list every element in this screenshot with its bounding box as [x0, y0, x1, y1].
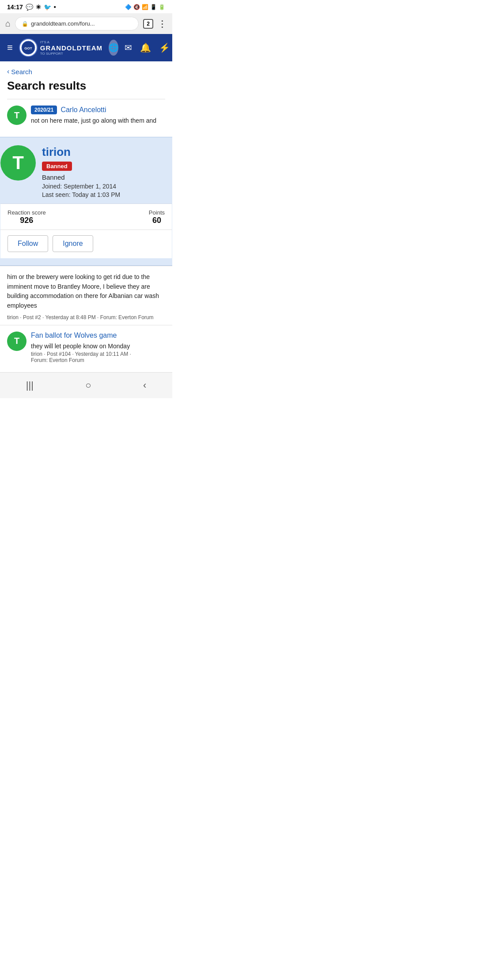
back-label: Search: [11, 68, 32, 75]
first-result-snippet: not on here mate, just go along with the…: [31, 116, 165, 125]
browser-home-button[interactable]: ⌂: [5, 19, 11, 29]
status-left: 14:17 💬 ✳ 🐦 •: [7, 4, 56, 11]
reaction-score-label: Reaction score: [8, 209, 46, 216]
popup-user-header: T tirion Banned Banned Joined: September…: [0, 145, 172, 198]
first-result-content: 2020/21 Carlo Ancelotti not on here mate…: [31, 106, 165, 125]
first-result-avatar[interactable]: T: [7, 106, 26, 125]
page-content: ‹ Search Search results T 2020/21 Carlo …: [0, 61, 172, 137]
second-post-meta: tirion · Post #104 · Yesterday at 10:11 …: [31, 351, 165, 357]
svg-text:GOT: GOT: [24, 46, 32, 50]
battery-icon: 🔋: [159, 4, 165, 10]
first-result-title[interactable]: Carlo Ancelotti: [61, 106, 106, 114]
banned-badge: Banned: [42, 162, 72, 171]
forum-header: ≡ GOT IT'S A GRANDOLDTEAM TO SUPPORT 🌐 ✉…: [0, 34, 172, 61]
first-post-meta: tirion · Post #2 · Yesterday at 8:48 PM …: [7, 314, 165, 320]
first-post-snippet: him or the brewery were looking to get r…: [7, 272, 165, 311]
stats-row: Reaction score 926 Points 60: [0, 204, 172, 230]
second-result-content: Fan ballot for Wolves game they will let…: [31, 332, 165, 363]
second-post-meta-line2: Forum: Everton Forum: [31, 357, 165, 363]
user-popup: T tirion Banned Banned Joined: September…: [0, 137, 172, 266]
points-label: Points: [149, 209, 165, 216]
logo-emblem: GOT: [19, 38, 38, 57]
divider: [7, 99, 165, 99]
ignore-button[interactable]: Ignore: [53, 235, 93, 252]
second-result-card: T Fan ballot for Wolves game they will l…: [0, 325, 172, 368]
popup-user-info: tirion Banned Banned Joined: September 1…: [42, 145, 172, 198]
second-result-avatar[interactable]: T: [7, 332, 26, 351]
first-result-card: T 2020/21 Carlo Ancelotti not on here ma…: [7, 106, 165, 125]
logo-area: GOT IT'S A GRANDOLDTEAM TO SUPPORT: [19, 38, 102, 57]
android-nav: ||| ○ ‹: [0, 372, 172, 398]
lock-icon: 🔒: [22, 21, 28, 27]
popup-username[interactable]: tirion: [42, 145, 172, 159]
logo-main: GRANDOLDTEAM: [40, 44, 102, 52]
bluetooth-icon: 🔷: [125, 4, 132, 10]
popup-lastseen: Last seen: Today at 1:03 PM: [42, 191, 172, 198]
home-button[interactable]: ○: [76, 378, 100, 393]
recent-apps-button[interactable]: |||: [17, 378, 42, 393]
url-text: grandoldteam.com/foru...: [31, 20, 95, 27]
browser-bar: ⌂ 🔒 grandoldteam.com/foru... 2 ⋮: [0, 13, 172, 34]
page-title: Search results: [7, 79, 165, 93]
mute-icon: 🔇: [133, 4, 140, 10]
asterisk-icon: ✳: [36, 4, 41, 11]
tab-count[interactable]: 2: [143, 19, 153, 29]
second-result-title[interactable]: Fan ballot for Wolves game: [31, 332, 165, 339]
popup-avatar[interactable]: T: [0, 145, 36, 181]
signal-icon: 📱: [150, 4, 157, 10]
twitter-icon: 🐦: [44, 4, 51, 11]
points-value: 60: [149, 216, 165, 225]
points-stat: Points 60: [149, 209, 165, 225]
reaction-score-value: 926: [8, 216, 46, 225]
hamburger-menu-button[interactable]: ≡: [7, 42, 13, 53]
second-result-snippet: they will let people know on Monday: [31, 342, 165, 351]
logo-sub: IT'S A: [40, 40, 102, 44]
season-tag[interactable]: 2020/21: [31, 106, 57, 114]
mail-icon[interactable]: ✉: [125, 42, 132, 53]
wifi-icon: 📶: [142, 4, 148, 10]
follow-button[interactable]: Follow: [8, 235, 48, 252]
url-bar[interactable]: 🔒 grandoldteam.com/foru...: [15, 17, 139, 30]
popup-joined: Joined: September 1, 2014: [42, 183, 172, 190]
reaction-score-stat: Reaction score 926: [8, 209, 46, 225]
first-result-meta: 2020/21 Carlo Ancelotti: [31, 106, 165, 114]
header-icons: ✉ 🔔 ⚡ 🔍: [125, 42, 172, 53]
time: 14:17: [7, 4, 23, 11]
globe-icon[interactable]: 🌐: [109, 40, 118, 56]
first-post-result: him or the brewery were looking to get r…: [0, 266, 172, 325]
logo-support: TO SUPPORT: [40, 52, 102, 56]
back-arrow-icon: ‹: [7, 68, 9, 75]
browser-menu-button[interactable]: ⋮: [158, 19, 167, 29]
dot-icon: •: [54, 4, 56, 11]
notification-bell-icon[interactable]: 🔔: [140, 42, 151, 53]
status-right: 🔷 🔇 📶 📱 🔋: [125, 4, 165, 10]
whatsapp-icon: 💬: [26, 4, 33, 11]
popup-status: Banned: [42, 173, 172, 181]
back-link[interactable]: ‹ Search: [7, 68, 165, 75]
status-bar: 14:17 💬 ✳ 🐦 • 🔷 🔇 📶 📱 🔋: [0, 0, 172, 13]
logo-text: IT'S A GRANDOLDTEAM TO SUPPORT: [40, 40, 102, 56]
lightning-icon[interactable]: ⚡: [159, 42, 170, 53]
action-buttons: Follow Ignore: [0, 230, 172, 258]
back-button[interactable]: ‹: [134, 378, 155, 393]
